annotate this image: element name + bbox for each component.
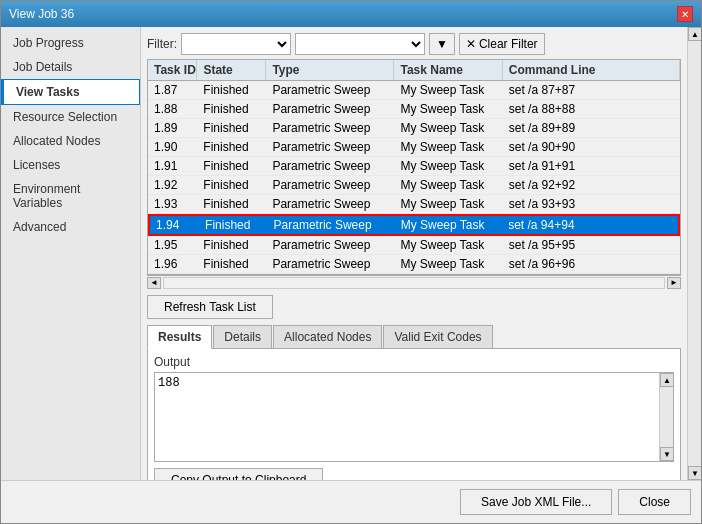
- output-scrollbar: ▲ ▼: [659, 373, 673, 461]
- bottom-bar: Save Job XML File... Close: [1, 480, 701, 523]
- hscroll-left-btn[interactable]: ◄: [147, 277, 161, 289]
- table-cell: set /a 90+90: [503, 138, 680, 156]
- table-cell: Finished: [197, 176, 266, 194]
- sidebar-item-licenses[interactable]: Licenses: [1, 153, 140, 177]
- table-cell: Parametric Sweep: [266, 100, 394, 118]
- win-scroll-down-btn[interactable]: ▼: [688, 466, 701, 480]
- sidebar-item-job-progress[interactable]: Job Progress: [1, 31, 140, 55]
- table-cell: set /a 96+96: [503, 255, 680, 273]
- col-header-taskname: Task Name: [394, 60, 502, 80]
- col-header-cmdline: Command Line: [503, 60, 680, 80]
- table-row[interactable]: 1.96FinishedParametric SweepMy Sweep Tas…: [148, 255, 680, 274]
- copy-btn-row: Copy Output to Clipboard: [154, 468, 674, 480]
- table-row[interactable]: 1.87FinishedParametric SweepMy Sweep Tas…: [148, 81, 680, 100]
- tab-valid-exit-codes[interactable]: Valid Exit Codes: [383, 325, 492, 348]
- table-row[interactable]: 1.90FinishedParametric SweepMy Sweep Tas…: [148, 138, 680, 157]
- sidebar-item-allocated-nodes[interactable]: Allocated Nodes: [1, 129, 140, 153]
- table-row[interactable]: 1.92FinishedParametric SweepMy Sweep Tas…: [148, 176, 680, 195]
- sidebar-item-job-details[interactable]: Job Details: [1, 55, 140, 79]
- table-row[interactable]: 1.95FinishedParametric SweepMy Sweep Tas…: [148, 236, 680, 255]
- table-cell: My Sweep Task: [395, 216, 503, 234]
- table-cell: Finished: [197, 157, 266, 175]
- refresh-task-list-button[interactable]: Refresh Task List: [147, 295, 273, 319]
- table-cell: 1.95: [148, 236, 197, 254]
- table-cell: My Sweep Task: [394, 195, 502, 213]
- sidebar-item-resource-selection[interactable]: Resource Selection: [1, 105, 140, 129]
- table-row[interactable]: 1.91FinishedParametric SweepMy Sweep Tas…: [148, 157, 680, 176]
- filter-funnel-button[interactable]: ▼: [429, 33, 455, 55]
- table-cell: Finished: [197, 119, 266, 137]
- output-scroll-down-btn[interactable]: ▼: [660, 447, 674, 461]
- table-cell: Parametric Sweep: [266, 157, 394, 175]
- output-scroll-up-btn[interactable]: ▲: [660, 373, 674, 387]
- tab-details[interactable]: Details: [213, 325, 272, 348]
- task-table: Task ID State Type Task Name Command Lin…: [147, 59, 681, 275]
- output-value: 188: [158, 376, 180, 390]
- table-cell: My Sweep Task: [394, 157, 502, 175]
- table-cell: 1.96: [148, 255, 197, 273]
- output-label: Output: [154, 355, 674, 369]
- clear-filter-label: Clear Filter: [479, 37, 538, 51]
- output-scroll-track: [660, 387, 673, 447]
- col-header-taskid: Task ID: [148, 60, 197, 80]
- task-table-body: 1.87FinishedParametric SweepMy Sweep Tas…: [148, 81, 680, 274]
- table-cell: Parametric Sweep: [266, 195, 394, 213]
- table-row[interactable]: 1.88FinishedParametric SweepMy Sweep Tas…: [148, 100, 680, 119]
- close-button[interactable]: Close: [618, 489, 691, 515]
- table-cell: My Sweep Task: [394, 119, 502, 137]
- table-cell: set /a 91+91: [503, 157, 680, 175]
- table-cell: Finished: [197, 195, 266, 213]
- funnel-icon: ▼: [436, 37, 448, 51]
- tabs-section: ResultsDetailsAllocated NodesValid Exit …: [147, 325, 681, 480]
- filter-bar: Filter: ▼ ✕ Clear Filter: [147, 33, 681, 55]
- win-scroll-track: [688, 41, 701, 466]
- close-window-button[interactable]: ✕: [677, 6, 693, 22]
- table-cell: Parametric Sweep: [266, 81, 394, 99]
- table-cell: Parametric Sweep: [266, 236, 394, 254]
- table-cell: Finished: [197, 100, 266, 118]
- table-cell: set /a 93+93: [503, 195, 680, 213]
- table-cell: set /a 95+95: [503, 236, 680, 254]
- table-cell: set /a 92+92: [503, 176, 680, 194]
- save-xml-button[interactable]: Save Job XML File...: [460, 489, 612, 515]
- table-cell: 1.90: [148, 138, 197, 156]
- table-cell: My Sweep Task: [394, 255, 502, 273]
- table-header: Task ID State Type Task Name Command Lin…: [148, 60, 680, 81]
- table-cell: Parametric Sweep: [266, 176, 394, 194]
- hscroll-right-btn[interactable]: ►: [667, 277, 681, 289]
- sidebar-item-view-tasks[interactable]: View Tasks: [1, 79, 140, 105]
- filter-label: Filter:: [147, 37, 177, 51]
- clear-filter-button[interactable]: ✕ Clear Filter: [459, 33, 545, 55]
- window-title: View Job 36: [9, 7, 74, 21]
- col-header-type: Type: [266, 60, 394, 80]
- table-cell: 1.94: [150, 216, 199, 234]
- table-cell: 1.91: [148, 157, 197, 175]
- copy-output-button[interactable]: Copy Output to Clipboard: [154, 468, 323, 480]
- sidebar-item-environment-variables[interactable]: Environment Variables: [1, 177, 140, 215]
- table-row[interactable]: 1.89FinishedParametric SweepMy Sweep Tas…: [148, 119, 680, 138]
- refresh-btn-row: Refresh Task List: [147, 295, 681, 319]
- table-cell: My Sweep Task: [394, 236, 502, 254]
- table-cell: 1.89: [148, 119, 197, 137]
- sidebar: Job ProgressJob DetailsView TasksResourc…: [1, 27, 141, 480]
- filter-value-dropdown[interactable]: [295, 33, 425, 55]
- filter-type-dropdown[interactable]: [181, 33, 291, 55]
- tab-results[interactable]: Results: [147, 325, 212, 349]
- window-right-scrollbar: ▲ ▼: [687, 27, 701, 480]
- table-row[interactable]: 1.93FinishedParametric SweepMy Sweep Tas…: [148, 195, 680, 214]
- horizontal-scrollbar[interactable]: ◄ ►: [147, 275, 681, 289]
- table-row[interactable]: 1.94FinishedParametric SweepMy Sweep Tas…: [148, 214, 680, 236]
- tab-allocated-nodes[interactable]: Allocated Nodes: [273, 325, 382, 348]
- right-panel: Filter: ▼ ✕ Clear Filter Task ID State T…: [141, 27, 687, 480]
- results-panel: Output 188 ▲ ▼ Copy Output to Clipboard: [147, 349, 681, 480]
- task-table-wrapper: Task ID State Type Task Name Command Lin…: [147, 59, 681, 289]
- table-cell: set /a 87+87: [503, 81, 680, 99]
- table-cell: Finished: [197, 255, 266, 273]
- table-cell: Finished: [197, 81, 266, 99]
- table-cell: Finished: [197, 236, 266, 254]
- sidebar-item-advanced[interactable]: Advanced: [1, 215, 140, 239]
- table-cell: 1.92: [148, 176, 197, 194]
- win-scroll-up-btn[interactable]: ▲: [688, 27, 701, 41]
- hscroll-track[interactable]: [163, 277, 665, 289]
- output-text-content: 188: [155, 373, 659, 461]
